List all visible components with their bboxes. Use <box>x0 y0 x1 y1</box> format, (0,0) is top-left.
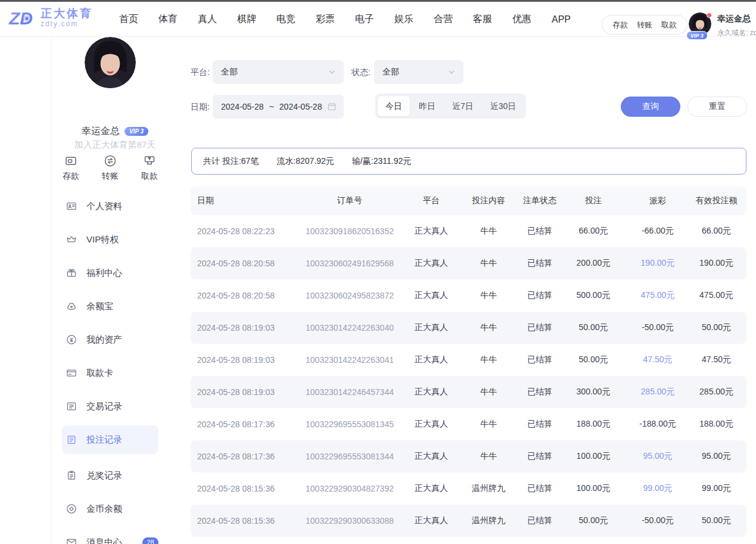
cell-order-number: 1003229290300633088 <box>292 516 407 526</box>
cell-payout: -50.00元 <box>629 322 686 333</box>
sidebar-item-投注记录[interactable]: 投注记录 <box>51 425 179 459</box>
nav-item-彩票[interactable]: 彩票 <box>316 13 335 26</box>
calendar-icon <box>327 102 337 111</box>
range-tab-今日[interactable]: 今日 <box>378 96 410 116</box>
table-body: 2024-05-28 08:22:231003230918620516352正大… <box>191 215 746 537</box>
date-to[interactable]: 2024-05-28 <box>279 102 322 111</box>
sidebar-item-row[interactable]: 消息中心28 <box>51 526 179 544</box>
nav-item-客服[interactable]: 客服 <box>473 13 492 26</box>
date-range-input[interactable]: 2024-05-28 ~ 2024-05-28 <box>213 95 344 119</box>
cell-order-number: 1003230142242263041 <box>292 355 407 365</box>
table-row: 2024-05-28 08:19:031003230142242263041正大… <box>191 344 746 376</box>
nav-item-电子[interactable]: 电子 <box>355 13 374 26</box>
cell-platform: 正大真人 <box>407 483 455 494</box>
sidebar-item-取款卡[interactable]: 取款卡 <box>51 356 179 390</box>
summary-item-0: 共计 投注:67笔 <box>203 156 259 167</box>
sidebar-item-我的资产[interactable]: 我的资产 <box>51 323 179 356</box>
cell-bet-amount: 300.00元 <box>558 387 629 397</box>
nav-avatar-wrap[interactable]: VIP 3 <box>689 13 713 36</box>
platform-select-value: 全部 <box>221 67 238 77</box>
cell-bet-amount: 50.00元 <box>558 322 629 333</box>
coin-icon <box>66 503 77 515</box>
cell-payout: 475.00元 <box>629 290 686 301</box>
quick-action-存款[interactable]: 存款 <box>55 154 86 182</box>
cell-status: 已结算 <box>522 322 558 333</box>
pill-action-存款[interactable]: 存款 <box>612 20 628 30</box>
sidebar-item-兑奖记录[interactable]: 兑奖记录 <box>51 459 179 492</box>
sidebar-item-row[interactable]: 余额宝 <box>51 290 179 323</box>
sidebar-item-row[interactable]: 我的资产 <box>51 323 179 356</box>
cell-bet-amount: 100.00元 <box>558 451 629 462</box>
quick-action-转账[interactable]: 转账 <box>95 154 126 182</box>
sidebar-item-row[interactable]: 交易记录 <box>51 390 179 423</box>
pill-action-取款[interactable]: 取款 <box>661 20 677 30</box>
message-icon <box>66 536 77 544</box>
sidebar-item-row[interactable]: VIP特权 <box>51 223 179 256</box>
cell-status: 已结算 <box>522 515 558 526</box>
quick-action-取款[interactable]: 取款 <box>134 154 165 182</box>
sidebar-menu: 个人资料VIP特权福利中心余额宝我的资产取款卡交易记录投注记录兑奖记录金币余额消… <box>51 189 179 544</box>
sidebar-item-row[interactable]: 个人资料 <box>51 189 179 223</box>
sidebar-quick-actions: 存款转账取款 <box>55 154 165 182</box>
nav-item-娱乐[interactable]: 娱乐 <box>394 13 413 26</box>
sidebar-item-label: 金币余额 <box>86 503 122 515</box>
cell-order-number: 1003230918620516352 <box>292 226 407 236</box>
nav-item-合营[interactable]: 合营 <box>434 13 453 26</box>
date-separator: ~ <box>269 102 274 111</box>
cell-date: 2024-05-28 08:17:36 <box>191 452 292 461</box>
crown-icon <box>66 234 77 245</box>
chevron-down-icon <box>447 67 456 77</box>
platform-select[interactable]: 全部 <box>213 60 344 84</box>
sidebar-item-row[interactable]: 兑奖记录 <box>51 459 179 492</box>
date-from[interactable]: 2024-05-28 <box>221 102 264 111</box>
brand-name: 正大体育 <box>41 8 93 20</box>
sidebar: 幸运金总 VIP 3 加入正大体育第87天 存款转账取款 个人资料VIP特权福利… <box>51 37 179 544</box>
search-button[interactable]: 查询 <box>621 97 680 117</box>
table-row: 2024-05-28 08:20:581003230602491629568正大… <box>191 247 746 279</box>
sidebar-item-label: 投注记录 <box>86 434 122 446</box>
sidebar-item-row[interactable]: 取款卡 <box>51 356 179 390</box>
sidebar-item-消息中心[interactable]: 消息中心28 <box>51 526 179 544</box>
sidebar-item-福利中心[interactable]: 福利中心 <box>51 256 179 290</box>
sidebar-item-row[interactable]: 金币余额 <box>51 492 179 526</box>
sidebar-item-个人资料[interactable]: 个人资料 <box>51 189 179 223</box>
cell-bet-content: 牛牛 <box>455 419 522 430</box>
cell-date: 2024-05-28 08:15:36 <box>191 516 292 526</box>
sidebar-item-交易记录[interactable]: 交易记录 <box>51 390 179 423</box>
cell-payout: 285.00元 <box>629 387 686 397</box>
reset-button[interactable]: 重置 <box>687 97 747 117</box>
sidebar-item-row[interactable]: 投注记录 <box>62 425 158 454</box>
nav-item-优惠[interactable]: 优惠 <box>512 13 531 26</box>
cell-platform: 正大真人 <box>407 451 455 462</box>
nav-user[interactable]: VIP 3 幸运金总总 永久域名: zdty <box>689 13 756 38</box>
nav-item-真人[interactable]: 真人 <box>198 13 217 26</box>
nav-item-首页[interactable]: 首页 <box>119 13 138 26</box>
sidebar-item-金币余额[interactable]: 金币余额 <box>51 492 179 526</box>
cell-status: 已结算 <box>522 355 558 365</box>
cell-valid-amount: 95.00元 <box>686 451 746 462</box>
sidebar-item-余额宝[interactable]: 余额宝 <box>51 290 179 323</box>
pill-action-转账[interactable]: 转账 <box>637 20 652 30</box>
brand-logo[interactable]: ZD 正大体育 zdty.com <box>8 7 93 29</box>
sidebar-item-label: 余额宝 <box>86 301 113 312</box>
sidebar-item-VIP特权[interactable]: VIP特权 <box>51 223 179 256</box>
cell-platform: 正大真人 <box>407 290 455 301</box>
nav-item-电竞[interactable]: 电竞 <box>276 13 295 26</box>
range-tab-昨日[interactable]: 昨日 <box>411 96 443 116</box>
column-header-投注: 投注 <box>558 195 629 206</box>
status-select[interactable]: 全部 <box>374 60 463 84</box>
summary-item-1: 流水:8207.92元 <box>276 156 334 167</box>
profile-avatar[interactable] <box>85 37 136 88</box>
nav-item-APP[interactable]: APP <box>552 14 571 25</box>
nav-item-棋牌[interactable]: 棋牌 <box>237 13 256 26</box>
cell-bet-amount: 66.00元 <box>558 226 629 237</box>
nav-user-name-text: 幸运金总 <box>717 14 751 23</box>
id-card-icon <box>66 200 77 212</box>
nav-item-体育[interactable]: 体育 <box>158 13 178 26</box>
sidebar-item-row[interactable]: 福利中心 <box>51 256 179 290</box>
range-tab-近30日[interactable]: 近30日 <box>483 96 524 116</box>
column-header-订单号: 订单号 <box>292 195 407 206</box>
nav-user-domain: 永久域名: zdty <box>717 28 756 38</box>
bet-records-table: 日期订单号平台投注内容注单状态投注派彩有效投注额 2024-05-28 08:2… <box>191 186 746 537</box>
range-tab-近7日[interactable]: 近7日 <box>444 96 481 116</box>
